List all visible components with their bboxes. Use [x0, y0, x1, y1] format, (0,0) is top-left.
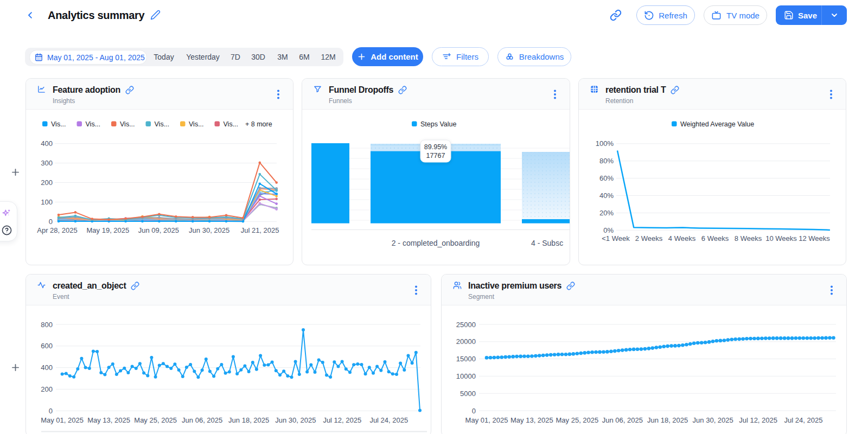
svg-text:0: 0: [472, 407, 476, 415]
svg-text:300: 300: [41, 159, 53, 167]
svg-text:40%: 40%: [599, 192, 614, 200]
svg-text:0: 0: [49, 407, 53, 415]
svg-text:200: 200: [41, 178, 53, 187]
svg-text:Vis...: Vis...: [155, 120, 170, 128]
svg-text:60%: 60%: [599, 174, 614, 182]
svg-text:25000: 25000: [456, 321, 476, 329]
svg-text:4 - Subsc: 4 - Subsc: [531, 239, 563, 247]
svg-text:20%: 20%: [599, 209, 614, 217]
svg-text:4 Weeks: 4 Weeks: [668, 234, 696, 242]
svg-text:100%: 100%: [596, 139, 614, 148]
svg-text:Jun 06, 2025: Jun 06, 2025: [602, 416, 643, 424]
svg-text:+ 8 more: + 8 more: [245, 120, 272, 128]
svg-text:Vis...: Vis...: [51, 120, 66, 128]
svg-text:Jul 12, 2025: Jul 12, 2025: [739, 416, 777, 424]
svg-text:Vis...: Vis...: [224, 120, 239, 128]
svg-text:0: 0: [49, 218, 53, 226]
svg-text:5000: 5000: [460, 390, 476, 398]
svg-text:10000: 10000: [456, 372, 476, 380]
svg-text:Jun 06, 2025: Jun 06, 2025: [182, 416, 222, 424]
svg-text:Jun 09, 2025: Jun 09, 2025: [138, 226, 179, 234]
svg-text:Jun 18, 2025: Jun 18, 2025: [228, 416, 269, 424]
svg-text:Jun 30, 2025: Jun 30, 2025: [189, 226, 229, 234]
svg-text:May 25, 2025: May 25, 2025: [134, 416, 177, 424]
svg-text:May 25, 2025: May 25, 2025: [556, 416, 599, 424]
svg-text:Jul 24, 2025: Jul 24, 2025: [784, 416, 823, 424]
svg-text:20000: 20000: [456, 337, 476, 346]
svg-text:8 Weeks: 8 Weeks: [735, 234, 762, 242]
svg-text:2 Weeks: 2 Weeks: [635, 234, 663, 242]
svg-text:Steps Value: Steps Value: [420, 120, 457, 128]
svg-text:Jul 21, 2025: Jul 21, 2025: [241, 226, 279, 234]
svg-text:10 Weeks: 10 Weeks: [765, 234, 797, 242]
svg-text:May 01, 2025: May 01, 2025: [41, 416, 84, 424]
svg-text:6 Weeks: 6 Weeks: [701, 234, 729, 242]
svg-text:May 19, 2025: May 19, 2025: [87, 226, 130, 234]
svg-text:Jun 30, 2025: Jun 30, 2025: [275, 416, 316, 424]
svg-text:0%: 0%: [603, 226, 614, 234]
svg-text:<1 Week: <1 Week: [602, 234, 630, 242]
svg-text:Jul 12, 2025: Jul 12, 2025: [323, 416, 361, 424]
svg-text:2 - completed_onboarding: 2 - completed_onboarding: [392, 239, 480, 247]
svg-text:Jul 24, 2025: Jul 24, 2025: [369, 416, 408, 424]
svg-text:Jun 18, 2025: Jun 18, 2025: [647, 416, 688, 424]
svg-text:200: 200: [41, 385, 53, 393]
svg-text:May 01, 2025: May 01, 2025: [465, 416, 508, 424]
svg-text:600: 600: [41, 342, 53, 350]
svg-text:15000: 15000: [456, 355, 476, 363]
svg-text:Vis...: Vis...: [86, 120, 101, 128]
svg-text:12 Weeks: 12 Weeks: [799, 234, 830, 242]
svg-text:May 13, 2025: May 13, 2025: [87, 416, 130, 424]
svg-text:Weighted Average Value: Weighted Average Value: [680, 120, 754, 128]
svg-text:Vis...: Vis...: [189, 120, 204, 128]
svg-text:400: 400: [41, 139, 53, 148]
svg-text:400: 400: [41, 363, 53, 372]
svg-text:May 13, 2025: May 13, 2025: [510, 416, 553, 424]
svg-text:100: 100: [41, 198, 53, 206]
svg-text:80%: 80%: [599, 157, 614, 165]
svg-text:Apr 28, 2025: Apr 28, 2025: [37, 226, 77, 234]
svg-text:800: 800: [41, 321, 53, 329]
svg-text:Vis...: Vis...: [120, 120, 135, 128]
svg-text:89.95%: 89.95%: [424, 143, 447, 151]
svg-text:17767: 17767: [426, 152, 445, 159]
svg-text:Jun 30, 2025: Jun 30, 2025: [693, 416, 733, 424]
